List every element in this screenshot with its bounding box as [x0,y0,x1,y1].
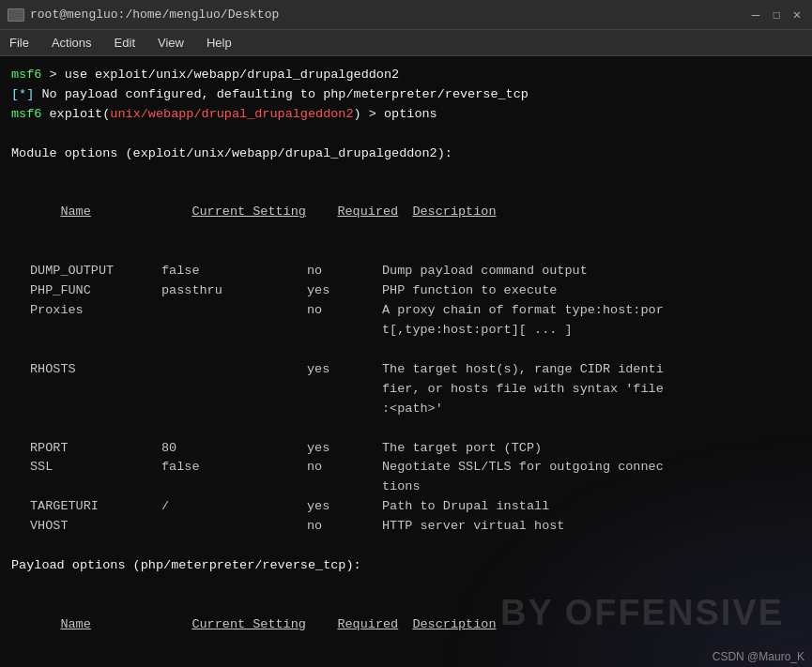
blank-1 [11,125,801,144]
blank-8 [11,655,801,667]
menu-bar: File Actions Edit View Help [0,30,812,56]
close-button[interactable]: ✕ [789,7,804,23]
maximize-button[interactable]: ☐ [769,7,784,23]
table-row-proxies-2: t[,type:host:port][ ... ] [30,321,801,341]
prompt-1: msf6 [11,68,41,82]
table-row-rhosts-1: RHOSTSyesThe target host(s), range CIDR … [30,360,801,380]
col2-desc-header: Description [412,617,496,631]
col-required-header: Required [337,203,412,222]
csdn-badge: CSDN @Mauro_K [712,650,804,663]
blank-2 [11,164,801,184]
payload-options-header: Payload options (php/meterpreter/reverse… [11,556,801,576]
module-header-text: Module options (exploit/unix/webapp/drup… [11,146,452,160]
menu-file[interactable]: File [6,34,33,52]
menu-help[interactable]: Help [203,34,236,52]
col-setting-header: Current Setting [192,203,337,222]
table-row-rport: RPORT80yesThe target port (TCP) [30,439,801,459]
module-options-header: Module options (exploit/unix/webapp/drup… [11,144,801,164]
table-row-ssl-1: SSLfalsenoNegotiate SSL/TLS for outgoing… [30,458,801,478]
blank-6 [11,537,801,556]
info-line: [*] No payload configured, defaulting to… [11,85,801,105]
command-line-2: msf6 exploit(unix/webapp/drupal_drupalge… [11,105,801,125]
table2-header-row: NameCurrent SettingRequiredDescription [30,596,801,655]
title-bar: root@mengluo:/home/mengluo/Desktop — ☐ ✕ [0,0,812,30]
menu-view[interactable]: View [154,34,188,52]
module-name: unix/webapp/drupal_drupalgeddon2 [110,107,353,121]
window-title: root@mengluo:/home/mengluo/Desktop [30,8,279,22]
table-row-proxies-1: ProxiesnoA proxy chain of format type:ho… [30,301,801,321]
menu-edit[interactable]: Edit [111,34,139,52]
window-controls[interactable]: — ☐ ✕ [748,7,804,23]
col-desc-header: Description [412,205,496,219]
blank-3 [11,242,801,262]
blank-5 [11,419,801,439]
terminal-icon [8,8,24,22]
cmd-1: > use exploit/unix/webapp/drupal_drupalg… [41,68,399,82]
command-line-1: msf6 > use exploit/unix/webapp/drupal_dr… [11,66,801,85]
table-row: PHP_FUNCpassthruyesPHP function to execu… [30,281,801,301]
table-row: DUMP_OUTPUTfalsenoDump payload command o… [30,262,801,281]
minimize-button[interactable]: — [748,8,763,23]
col2-name-header: Name [60,615,192,635]
prompt-2: msf6 [11,107,41,121]
col-name-header: Name [60,203,192,222]
menu-actions[interactable]: Actions [48,34,96,52]
table-row-rhosts-3: :<path>' [30,400,801,419]
exploit-prefix: exploit( [41,107,110,121]
terminal-body: msf6 > use exploit/unix/webapp/drupal_dr… [0,56,812,667]
col2-setting-header: Current Setting [192,615,337,635]
blank-4 [11,341,801,360]
exploit-suffix: ) > options [354,107,437,121]
table-row-ssl-2: tions [30,478,801,497]
table-row-vhost: VHOSTnoHTTP server virtual host [30,517,801,537]
info-bracket: [*] [11,87,34,101]
table-row-targeturi: TARGETURI/yesPath to Drupal install [30,497,801,517]
title-bar-left: root@mengluo:/home/mengluo/Desktop [8,8,279,22]
info-text: No payload configured, defaulting to php… [34,87,529,101]
payload-header-text: Payload options (php/meterpreter/reverse… [11,558,361,572]
table-row-rhosts-2: fier, or hosts file with syntax 'file [30,380,801,400]
table1-header-row: NameCurrent SettingRequiredDescription [30,184,801,243]
blank-7 [11,576,801,596]
col2-required-header: Required [337,615,412,635]
